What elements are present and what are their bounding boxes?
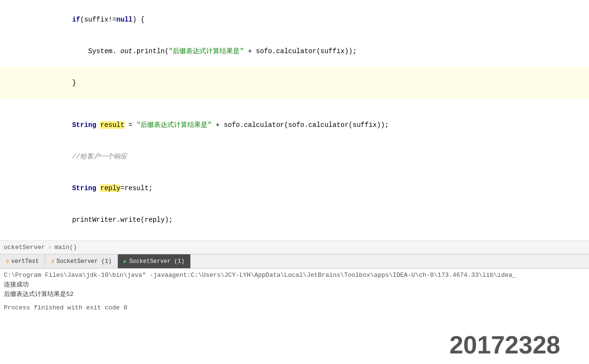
- tabs-bar: J vertTest J SocketServer (1) ▶ SocketSe…: [0, 254, 589, 268]
- code-editor: if(suffix!=null) { System. out.println("…: [0, 0, 589, 240]
- code-content: if(suffix!=null) { System. out.println("…: [0, 0, 589, 240]
- console-exit-line: Process finished with exit code 0: [4, 303, 585, 313]
- code-text: if(suffix!=null) {: [8, 4, 145, 35]
- console-result-line: 后缀表达式计算结果是52: [4, 290, 585, 299]
- tab-socketserver-1[interactable]: J SocketServer (1): [45, 254, 118, 268]
- code-line: //给客户一个响应: [0, 141, 589, 172]
- code-line-blank: [0, 99, 589, 109]
- breadcrumb-item-main[interactable]: main(): [55, 244, 77, 251]
- tab-verttest[interactable]: J vertTest: [0, 254, 45, 268]
- code-text: System. out.println("后缀表达式计算结果是" + sofo.…: [8, 35, 357, 67]
- code-comment: //给客户一个响应: [8, 141, 127, 172]
- exit-text: Process finished with exit code 0: [4, 304, 127, 311]
- console-cmd-line: C:\Program Files\Java\jdk-10\bin\java" -…: [4, 271, 585, 280]
- code-line: printWriter.flush();: [0, 236, 589, 240]
- code-text: }: [8, 67, 76, 99]
- console-result-text: 后缀表达式计算结果是52: [4, 291, 74, 298]
- code-line: String reply=result;: [0, 172, 589, 204]
- breadcrumb-item-socketserver[interactable]: ocketServer: [4, 244, 45, 251]
- tab-icon-run: ▶: [124, 258, 127, 264]
- tab-icon-java2: J: [51, 259, 54, 264]
- breadcrumb-separator: ›: [48, 244, 52, 251]
- watermark: 20172328: [450, 340, 560, 350]
- tab-icon-java: J: [6, 259, 9, 264]
- code-line: System. out.println("后缀表达式计算结果是" + sofo.…: [0, 35, 589, 67]
- code-text: printWriter.flush();: [8, 236, 152, 240]
- console-area: C:\Program Files\Java\jdk-10\bin\java" -…: [0, 268, 589, 364]
- code-text: String result = "后缀表达式计算结果是" + sofo.calc…: [8, 109, 389, 141]
- code-line: String result = "后缀表达式计算结果是" + sofo.calc…: [0, 109, 589, 141]
- code-line: if(suffix!=null) {: [0, 4, 589, 35]
- console-connect-line: 连接成功: [4, 280, 585, 290]
- code-line: }: [0, 67, 589, 99]
- tab-label: SocketServer (1): [129, 258, 185, 265]
- breadcrumb-bar: ocketServer › main(): [0, 240, 589, 254]
- watermark-text: 20172328: [450, 331, 560, 359]
- tab-label: SocketServer (1): [57, 258, 112, 265]
- console-cmd-text: C:\Program Files\Java\jdk-10\bin\java" -…: [4, 272, 516, 279]
- console-content: C:\Program Files\Java\jdk-10\bin\java" -…: [0, 269, 589, 364]
- code-text: String reply=result;: [8, 172, 152, 204]
- code-line: printWriter.write(reply);: [0, 204, 589, 236]
- console-connect-text: 连接成功: [4, 281, 29, 288]
- tab-label: vertTest: [12, 258, 39, 265]
- tab-socketserver-run[interactable]: ▶ SocketServer (1): [118, 254, 191, 268]
- code-text: printWriter.write(reply);: [8, 204, 173, 236]
